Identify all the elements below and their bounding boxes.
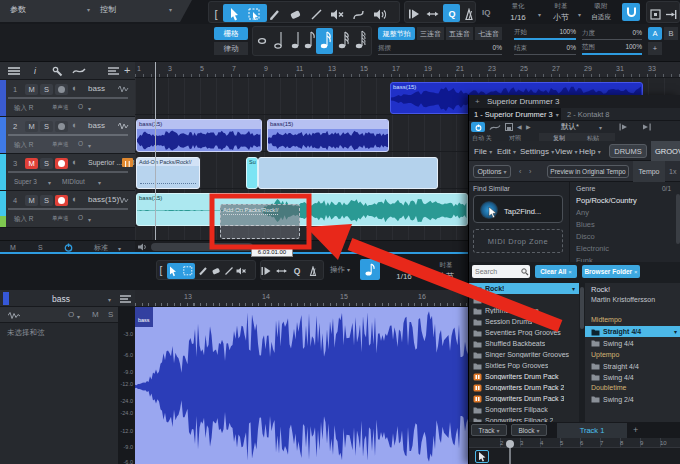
play-from-bar-icon[interactable] <box>405 5 423 23</box>
arrange-fit-icon[interactable] <box>423 5 441 23</box>
groove-item[interactable]: Swing 4/4 <box>591 339 634 347</box>
midi-clip-long[interactable] <box>258 157 438 189</box>
folder-item[interactable]: Songwriters Fillpack 2 <box>469 415 579 422</box>
footer-solo-button[interactable]: S <box>38 244 43 251</box>
add-instrument-icon[interactable]: + <box>475 98 480 106</box>
mute-tool[interactable] <box>328 5 346 23</box>
plugin-title-bar[interactable]: + Superior Drummer 3 <box>469 95 680 108</box>
solo-button[interactable]: S <box>40 84 53 95</box>
quantize-q-button[interactable]: Q <box>443 5 461 23</box>
metronome-icon[interactable] <box>460 5 478 23</box>
tab-drums[interactable]: DRUMS <box>609 144 647 158</box>
genre-item[interactable]: Pop/Rock/Country <box>576 196 637 205</box>
range-bracket-icon[interactable]: [ <box>207 5 225 23</box>
tab-params[interactable]: 参数 ▾ <box>10 6 90 14</box>
monitor-button[interactable]: ◐ <box>72 121 77 130</box>
editor-action-menu[interactable]: 操作 ▾ <box>330 266 350 274</box>
listen-tool[interactable] <box>371 5 389 23</box>
chevron-down-icon[interactable]: ▾ <box>118 245 121 252</box>
track-row-1[interactable]: 1 M S ◐ bass 输入 R 单声道 O ▾ <box>0 80 135 117</box>
track-row-3[interactable]: 3 M S ◐ Superior ...er 3 Super 3 ▾ MIDIo… <box>0 154 135 191</box>
preset-add-button[interactable]: + <box>648 42 662 55</box>
preset-select[interactable]: 默认* <box>561 123 579 131</box>
automation-icon[interactable] <box>72 66 86 76</box>
pin-left-icon[interactable] <box>619 123 630 131</box>
line-tool[interactable] <box>307 5 325 23</box>
groove-track-tab[interactable]: Track 1 <box>557 423 627 438</box>
mute-button[interactable]: M <box>25 158 38 169</box>
track-list-view-icon[interactable] <box>108 67 119 75</box>
wrench-icon[interactable] <box>52 66 63 77</box>
nav-forward-icon[interactable]: › <box>529 168 531 175</box>
chevron-down-icon[interactable]: ▾ <box>88 216 91 223</box>
timebase-setting[interactable]: 时基 小节 <box>546 2 576 22</box>
chevron-down-icon[interactable]: ▾ <box>108 296 111 303</box>
groove-timeline[interactable]: 2 3 4 5 6 7 8 9 10 <box>469 438 680 464</box>
editor-range-tool[interactable] <box>181 263 195 279</box>
preset-next-icon[interactable]: ▶ <box>526 123 531 130</box>
monitor-button[interactable]: ◐ <box>72 84 77 93</box>
editor-line-tool[interactable] <box>222 263 235 279</box>
genre-item[interactable]: Any <box>576 208 589 217</box>
midi-clip-addon-rock[interactable]: Add-On Packs/Rock!/ <box>136 157 200 189</box>
editor-monitor-button[interactable]: O <box>68 311 74 319</box>
chevron-down-icon[interactable]: ▾ <box>48 179 51 186</box>
chevron-down-icon[interactable]: ▾ <box>88 105 91 112</box>
genre-item[interactable]: Blues <box>576 220 595 229</box>
arrange-ruler[interactable]: 1 3 5 7 9 11 13 15 17 19 21 23 25 27 29 … <box>135 62 680 78</box>
editor-eraser-tool[interactable] <box>209 263 222 279</box>
monitor-button[interactable]: ◐ <box>72 195 77 204</box>
swing-slider[interactable]: 摇摆 0% <box>378 42 502 55</box>
menu-help[interactable]: Help ▾ <box>579 148 601 156</box>
velocity-slider[interactable]: 力度 0% <box>582 27 642 40</box>
tab-straight-beats[interactable]: 规整节拍 <box>378 27 415 40</box>
scrollbar-thumb[interactable] <box>151 243 253 251</box>
genre-scrollbar[interactable] <box>676 194 680 244</box>
note-whole-button[interactable] <box>257 37 267 45</box>
track-name[interactable]: bass <box>88 85 105 93</box>
editor-pencil-tool[interactable] <box>196 263 209 279</box>
folder-item-selected[interactable]: Rock! ▾ <box>469 283 579 294</box>
groove-item[interactable]: Straight 4/4 <box>591 362 639 370</box>
solo-button[interactable]: S <box>40 121 53 132</box>
record-arm-button[interactable] <box>55 84 68 95</box>
speed-label[interactable]: 1x <box>669 168 676 175</box>
editor-quantize-setting[interactable]: 量化 1/16 <box>388 261 420 281</box>
chevron-down-icon[interactable]: ▾ <box>98 179 101 186</box>
snap-toggle-button[interactable] <box>622 3 640 21</box>
footer-mode-select[interactable]: 标准 <box>94 244 108 251</box>
editor-waveform-area[interactable]: bass <box>135 307 468 464</box>
options-button[interactable]: Options▾ <box>473 165 511 178</box>
editor-clip-select[interactable]: bass <box>52 295 70 304</box>
track-name[interactable]: bass <box>88 122 105 130</box>
groove-cursor-tool[interactable] <box>475 450 489 463</box>
range-slider[interactable]: 范围 100% <box>582 42 642 55</box>
goto-marker-icon[interactable] <box>662 5 680 23</box>
bend-tool[interactable] <box>349 5 367 23</box>
editor-mute-tool[interactable] <box>235 263 248 279</box>
genre-item[interactable]: Electronic <box>576 244 609 253</box>
menu-settings[interactable]: Settings ▾ <box>520 148 554 156</box>
groove-mode-button[interactable]: 律动 <box>214 42 248 55</box>
tab-septuplet[interactable]: 七连音 <box>475 27 502 40</box>
eraser-tool[interactable] <box>286 5 304 23</box>
editor-solo-button[interactable]: S <box>108 311 113 319</box>
record-arm-button[interactable] <box>55 158 68 169</box>
folder-item[interactable]: Shuffled Backbeats <box>469 338 579 349</box>
mute-button[interactable]: M <box>25 195 38 206</box>
editor-fit-icon[interactable] <box>274 263 288 279</box>
folder-item[interactable]: Songwriters Fillpack <box>469 404 579 415</box>
audio-clip-bass15-track2b[interactable]: bass(15) <box>267 119 389 152</box>
folder-item[interactable]: Roots <box>469 294 579 305</box>
menu-file[interactable]: File ▾ <box>474 148 492 156</box>
audio-clip-bass15-track4[interactable]: bass(15) <box>136 193 468 226</box>
preset-prev-icon[interactable]: ◀ <box>517 123 522 130</box>
instrument-keyboard-icon[interactable] <box>122 158 133 167</box>
start-slider[interactable]: 开始 100% <box>514 27 576 40</box>
preset-save-icon[interactable] <box>505 123 513 131</box>
track-row-2[interactable]: 2 M S ◐ bass 输入 R 单声道 O ▾ <box>0 117 135 154</box>
menu-view[interactable]: View ▾ <box>555 148 577 156</box>
track-instrument-label[interactable]: Super 3 <box>14 178 37 185</box>
add-track-icon[interactable]: + <box>124 65 130 76</box>
note-thirtysecond-button[interactable] <box>338 30 350 50</box>
